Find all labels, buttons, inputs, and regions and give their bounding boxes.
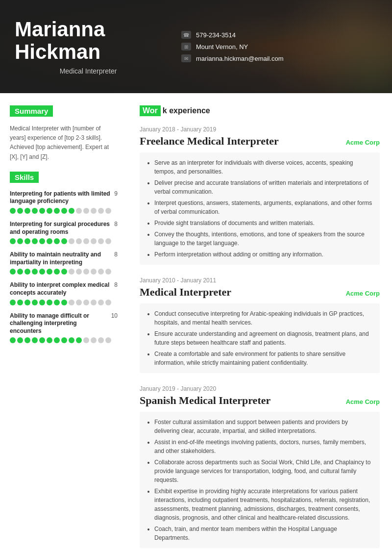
- work-bullet: Conduct consecutive interpreting for Ara…: [154, 309, 372, 327]
- dot-filled: [32, 208, 38, 214]
- location-item: ⊞ Mount Vernon, NY: [181, 43, 377, 50]
- dot-filled: [47, 208, 52, 214]
- dot-filled: [76, 337, 82, 343]
- main-body: Summary Medical Interpreter with [number…: [0, 93, 392, 553]
- skill-score: 8: [114, 251, 118, 258]
- dot-empty: [83, 337, 89, 343]
- skill-name-row: Ability to interpret complex medical con…: [10, 281, 118, 297]
- dot-empty: [83, 208, 89, 214]
- skill-score: 8: [114, 221, 118, 227]
- email-icon: ✉: [181, 54, 191, 62]
- work-bullet: Assist in end-of-life meetings involving…: [154, 438, 372, 455]
- dot-filled: [47, 300, 52, 305]
- dot-filled: [54, 337, 60, 343]
- dot-empty: [91, 269, 97, 275]
- work-bullet: Perform interpretation without adding or…: [154, 250, 372, 259]
- skill-name: Interpreting for patients with limited l…: [10, 190, 112, 205]
- work-bullet: Interpret questions, answers, statements…: [154, 199, 372, 216]
- email-item: ✉ marianna.hickman@email.com: [181, 54, 377, 62]
- dot-filled: [61, 337, 67, 343]
- dot-filled: [32, 337, 38, 343]
- dot-filled: [47, 238, 52, 244]
- dot-empty: [91, 238, 97, 244]
- dot-filled: [24, 208, 30, 214]
- work-entries: January 2018 - January 2019Freelance Med…: [140, 126, 380, 548]
- work-bullet: Convey the thoughts, intentions, emotion…: [154, 230, 372, 248]
- skills-list: Interpreting for patients with limited l…: [10, 190, 118, 344]
- skill-dots: [10, 208, 118, 214]
- skill-score: 9: [114, 190, 118, 197]
- dot-filled: [10, 269, 16, 275]
- work-title-row: Spanish Medical InterpreterAcme Corp: [140, 394, 380, 407]
- work-bullet: Ensure accurate understanding and agreem…: [154, 329, 372, 347]
- dot-filled: [69, 337, 74, 343]
- skills-header: Skills: [10, 172, 39, 183]
- dot-empty: [98, 269, 104, 275]
- work-bullet: Provide sight translations of documents …: [154, 219, 372, 227]
- summary-header: Summary: [10, 105, 53, 117]
- dot-filled: [61, 300, 67, 305]
- full-name: Marianna Hickman: [15, 18, 162, 63]
- work-experience-header: Wor k experience: [140, 105, 380, 116]
- dot-filled: [39, 300, 45, 305]
- dot-empty: [76, 238, 82, 244]
- skill-name: Ability to maintain neutrality and impar…: [10, 251, 112, 266]
- skill-name: Interpreting for surgical procedures and…: [10, 221, 112, 236]
- work-bullet: Foster cultural assimilation and support…: [154, 418, 372, 435]
- skill-score: 10: [111, 312, 118, 319]
- dot-empty: [98, 238, 104, 244]
- dot-filled: [32, 300, 38, 305]
- dot-empty: [76, 208, 82, 214]
- dot-filled: [61, 269, 67, 275]
- dot-empty: [76, 300, 82, 305]
- skill-name-row: Ability to manage difficult or challengi…: [10, 312, 118, 335]
- dot-empty: [91, 300, 97, 305]
- work-bullet: Create a comfortable and safe environmen…: [154, 350, 372, 367]
- dot-filled: [54, 238, 60, 244]
- work-title-row: Freelance Medical InterpreterAcme Corp: [140, 135, 380, 148]
- work-bullet: Exhibit expertise in providing highly ac…: [154, 487, 372, 522]
- dot-filled: [39, 337, 45, 343]
- work-entry: January 2018 - January 2019Freelance Med…: [140, 126, 380, 265]
- dot-filled: [17, 208, 23, 214]
- header: Marianna Hickman Medical Interpreter ☎ 5…: [0, 0, 392, 93]
- work-bullets: Foster cultural assimilation and support…: [140, 412, 380, 548]
- skill-item: Ability to interpret complex medical con…: [10, 281, 118, 305]
- dot-filled: [39, 269, 45, 275]
- right-column: Wor k experience January 2018 - January …: [127, 93, 392, 553]
- dot-empty: [69, 238, 74, 244]
- dot-filled: [54, 208, 60, 214]
- dot-empty: [98, 337, 104, 343]
- skill-name-row: Ability to maintain neutrality and impar…: [10, 251, 118, 266]
- work-company: Acme Corp: [346, 290, 380, 297]
- work-bullets: Conduct consecutive interpreting for Ara…: [140, 303, 380, 373]
- work-entry: January 2010 - January 2011Medical Inter…: [140, 277, 380, 373]
- skill-name-row: Interpreting for surgical procedures and…: [10, 221, 118, 236]
- work-bullet: Serve as an interpreter for individuals …: [154, 158, 372, 176]
- dot-filled: [32, 238, 38, 244]
- skill-item: Interpreting for surgical procedures and…: [10, 221, 118, 244]
- dot-filled: [17, 238, 23, 244]
- work-highlight: Wor: [140, 105, 161, 116]
- dot-filled: [10, 300, 16, 305]
- work-title: Spanish Medical Interpreter: [140, 394, 270, 407]
- resume-container: Marianna Hickman Medical Interpreter ☎ 5…: [0, 0, 392, 553]
- summary-text: Medical Interpreter with [number of year…: [10, 124, 118, 162]
- work-bullet: Collaborate across departments such as S…: [154, 458, 372, 484]
- dot-filled: [47, 269, 52, 275]
- dot-filled: [32, 269, 38, 275]
- dot-filled: [54, 269, 60, 275]
- dot-filled: [39, 238, 45, 244]
- dot-filled: [24, 300, 30, 305]
- skill-dots: [10, 238, 118, 244]
- dot-filled: [69, 208, 74, 214]
- skill-item: Ability to maintain neutrality and impar…: [10, 251, 118, 275]
- dot-empty: [105, 208, 111, 214]
- phone-item: ☎ 579-234-3514: [181, 31, 377, 39]
- work-entry: January 2019 - January 2020Spanish Medic…: [140, 385, 380, 548]
- dot-empty: [69, 269, 74, 275]
- skill-item: Ability to manage difficult or challengi…: [10, 312, 118, 344]
- header-content: Marianna Hickman Medical Interpreter ☎ 5…: [0, 18, 392, 75]
- phone-icon: ☎: [181, 31, 191, 39]
- skill-item: Interpreting for patients with limited l…: [10, 190, 118, 214]
